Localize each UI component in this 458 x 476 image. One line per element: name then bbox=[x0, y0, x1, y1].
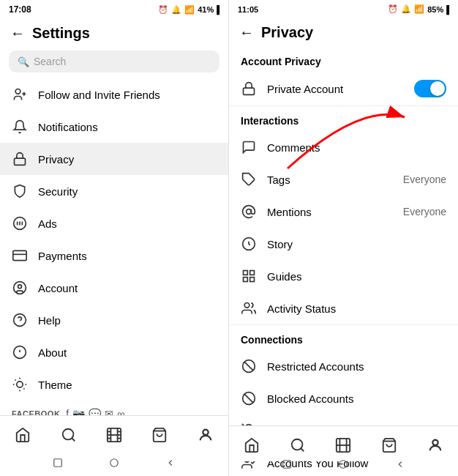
blocked-label: Blocked Accounts bbox=[267, 393, 446, 405]
svg-rect-3 bbox=[15, 158, 26, 165]
ads-icon bbox=[12, 215, 28, 231]
right-sys-circle[interactable] bbox=[334, 455, 352, 473]
svg-line-50 bbox=[244, 394, 253, 403]
svg-rect-8 bbox=[13, 250, 26, 260]
right-sys-back[interactable] bbox=[391, 455, 409, 473]
security-label: Security bbox=[38, 185, 78, 198]
blocked-accounts-item[interactable]: Blocked Accounts bbox=[229, 382, 458, 414]
private-account-label: Private Account bbox=[267, 83, 404, 95]
activity-status-icon bbox=[241, 300, 257, 316]
facebook-section: FACEBOOK f 📷 💬 ✉ ∞ Accounts Center Contr… bbox=[0, 401, 228, 415]
private-account-icon bbox=[241, 81, 257, 97]
story-item[interactable]: Story bbox=[229, 228, 458, 260]
menu-list: Follow and Invite Friends Notifications … bbox=[0, 78, 228, 415]
restricted-icon bbox=[241, 358, 257, 374]
left-sys-square[interactable] bbox=[49, 454, 67, 472]
mentions-value: Everyone bbox=[403, 206, 446, 217]
right-top-bar: ← Privacy bbox=[229, 18, 458, 47]
svg-rect-36 bbox=[53, 459, 61, 467]
svg-rect-44 bbox=[250, 278, 255, 282]
left-status-bar: 17:08 ⏰ 🔔 📶 41%▐ bbox=[0, 0, 228, 19]
right-status-icons: ⏰ 🔔 📶 85%▐ bbox=[388, 4, 449, 14]
security-icon bbox=[12, 183, 28, 199]
privacy-label: Privacy bbox=[38, 153, 74, 166]
theme-icon bbox=[12, 376, 28, 393]
right-time: 11:05 bbox=[238, 5, 258, 14]
svg-point-24 bbox=[62, 429, 73, 440]
right-system-bar bbox=[229, 454, 458, 476]
left-back-button[interactable]: ← bbox=[10, 25, 25, 42]
activity-status-item[interactable]: Activity Status bbox=[229, 292, 458, 324]
left-sys-back[interactable] bbox=[162, 454, 179, 472]
right-page-title: Privacy bbox=[261, 24, 313, 41]
guides-label: Guides bbox=[267, 270, 446, 283]
help-icon bbox=[12, 312, 28, 328]
msg-icon: 💬 bbox=[89, 408, 101, 415]
search-placeholder: Search bbox=[34, 56, 66, 67]
menu-item-privacy[interactable]: Privacy bbox=[0, 143, 228, 175]
svg-point-63 bbox=[339, 461, 348, 469]
ig-icon: 📷 bbox=[72, 408, 85, 415]
search-bar[interactable]: 🔍 Search bbox=[9, 51, 219, 72]
svg-point-54 bbox=[292, 439, 303, 450]
help-label: Help bbox=[38, 314, 61, 327]
follow-label: Follow and Invite Friends bbox=[38, 89, 160, 101]
ads-label: Ads bbox=[38, 217, 57, 230]
guides-item[interactable]: Guides bbox=[229, 260, 458, 292]
interactions-section: Interactions Comments Tags Everyone bbox=[229, 106, 458, 324]
private-account-toggle[interactable] bbox=[414, 80, 446, 97]
menu-item-help[interactable]: Help bbox=[0, 304, 228, 336]
theme-label: Theme bbox=[38, 379, 72, 391]
menu-item-security[interactable]: Security bbox=[0, 175, 228, 207]
left-time: 17:08 bbox=[9, 4, 31, 15]
left-system-bar bbox=[0, 451, 228, 476]
svg-rect-38 bbox=[244, 88, 255, 94]
tags-value: Everyone bbox=[403, 174, 446, 185]
left-page-title: Settings bbox=[32, 25, 90, 42]
left-nav-profile[interactable] bbox=[192, 422, 219, 448]
menu-item-ads[interactable]: Ads bbox=[0, 207, 228, 239]
menu-item-account[interactable]: Account bbox=[0, 272, 228, 304]
blocked-icon bbox=[241, 390, 257, 406]
menu-item-about[interactable]: About bbox=[0, 336, 228, 368]
menu-item-theme[interactable]: Theme bbox=[0, 368, 228, 401]
tags-icon bbox=[241, 171, 257, 187]
svg-point-61 bbox=[432, 440, 438, 445]
menu-item-follow[interactable]: Follow and Invite Friends bbox=[0, 78, 228, 111]
payments-label: Payments bbox=[38, 250, 87, 262]
comments-label: Comments bbox=[267, 141, 446, 154]
menu-item-payments[interactable]: Payments bbox=[0, 239, 228, 272]
mentions-icon bbox=[241, 204, 257, 220]
left-status-icons: ⏰ 🔔 📶 41%▐ bbox=[158, 5, 219, 15]
restricted-accounts-item[interactable]: Restricted Accounts bbox=[229, 350, 458, 382]
comments-item[interactable]: Comments bbox=[229, 131, 458, 163]
left-nav-reels[interactable] bbox=[101, 422, 127, 448]
account-privacy-header: Account Privacy bbox=[229, 47, 458, 72]
left-nav-home[interactable] bbox=[10, 422, 36, 448]
mentions-label: Mentions bbox=[267, 206, 393, 218]
left-sys-circle[interactable] bbox=[105, 454, 123, 472]
notifications-icon bbox=[12, 119, 28, 135]
svg-line-21 bbox=[23, 388, 24, 389]
left-nav-shop[interactable] bbox=[146, 422, 173, 448]
account-privacy-section: Account Privacy Private Account bbox=[229, 47, 458, 105]
svg-line-20 bbox=[15, 380, 16, 381]
left-panel: 17:08 ⏰ 🔔 📶 41%▐ ← Settings 🔍 Search Fol… bbox=[0, 0, 229, 476]
svg-point-11 bbox=[18, 285, 22, 289]
right-sys-square[interactable] bbox=[278, 455, 296, 473]
account-label: Account bbox=[38, 282, 78, 294]
svg-line-55 bbox=[301, 448, 304, 451]
right-back-button[interactable]: ← bbox=[239, 24, 254, 41]
svg-rect-45 bbox=[244, 278, 248, 282]
comments-icon bbox=[241, 139, 257, 155]
mentions-item[interactable]: Mentions Everyone bbox=[229, 196, 458, 228]
left-nav-search[interactable] bbox=[56, 422, 82, 448]
tags-item[interactable]: Tags Everyone bbox=[229, 163, 458, 196]
menu-item-notifications[interactable]: Notifications bbox=[0, 111, 228, 143]
svg-line-25 bbox=[72, 438, 75, 441]
right-status-bar: 11:05 ⏰ 🔔 📶 85%▐ bbox=[229, 0, 458, 18]
wa-icon: ✉ bbox=[105, 408, 113, 415]
svg-rect-43 bbox=[250, 271, 255, 275]
private-account-item[interactable]: Private Account bbox=[229, 72, 458, 105]
follow-icon bbox=[12, 86, 28, 103]
